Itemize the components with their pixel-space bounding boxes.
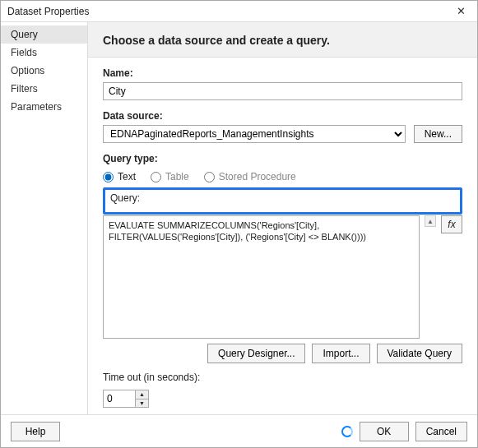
dataset-properties-dialog: Dataset Properties ✕ Query Fields Option… [0, 0, 478, 448]
help-button[interactable]: Help [11, 422, 60, 441]
titlebar: Dataset Properties ✕ [1, 1, 477, 22]
spinner-down-icon[interactable]: ▼ [136, 400, 148, 408]
query-scrollbar[interactable]: ▲ [425, 215, 436, 339]
timeout-input[interactable] [103, 390, 136, 408]
sidebar: Query Fields Options Filters Parameters [1, 22, 88, 414]
query-label: Query: [110, 192, 455, 204]
spinner-up-icon[interactable]: ▲ [136, 390, 148, 400]
sidebar-item-parameters[interactable]: Parameters [1, 98, 87, 116]
query-highlight-box: Query: [103, 187, 462, 215]
querytype-sproc-radio[interactable]: Stored Procedure [204, 171, 296, 182]
query-pane: Name: Data source: EDNAPaginatedReports_… [88, 58, 477, 414]
cancel-button[interactable]: Cancel [415, 422, 467, 441]
query-buttons: Query Designer... Import... Validate Que… [103, 344, 462, 363]
timeout-label: Time out (in seconds): [103, 372, 200, 383]
sidebar-item-filters[interactable]: Filters [1, 80, 87, 98]
footer: Help OK Cancel [1, 414, 477, 447]
timeout-row: Time out (in seconds): ▲ ▼ [103, 372, 462, 408]
busy-ring-icon [341, 426, 353, 437]
sidebar-item-query[interactable]: Query [1, 25, 87, 44]
query-box-row: EVALUATE SUMMARIZECOLUMNS('Regions'[City… [103, 215, 462, 339]
radio-sproc[interactable] [204, 172, 215, 182]
expression-button[interactable]: fx [441, 215, 462, 233]
close-icon[interactable]: ✕ [451, 3, 471, 20]
page-header: Choose a data source and create a query. [88, 22, 477, 58]
radio-sproc-label: Stored Procedure [219, 171, 296, 182]
timeout-spinner[interactable]: ▲ ▼ [103, 390, 149, 408]
radio-text[interactable] [103, 172, 114, 182]
scroll-up-icon[interactable]: ▲ [425, 215, 436, 227]
new-datasource-button[interactable]: New... [414, 125, 462, 143]
datasource-select[interactable]: EDNAPaginatedReports_ManagementInsights [103, 125, 406, 143]
dialog-title: Dataset Properties [7, 6, 451, 17]
querytype-label: Query type: [103, 153, 462, 164]
querytype-table-radio[interactable]: Table [151, 171, 189, 182]
content: Choose a data source and create a query.… [88, 22, 477, 414]
datasource-combo[interactable]: EDNAPaginatedReports_ManagementInsights [103, 125, 406, 143]
sidebar-item-fields[interactable]: Fields [1, 44, 87, 62]
dialog-body: Query Fields Options Filters Parameters … [1, 22, 477, 414]
import-button[interactable]: Import... [312, 344, 369, 363]
name-label: Name: [103, 67, 462, 79]
querytype-text-radio[interactable]: Text [103, 171, 136, 182]
spinner-buttons[interactable]: ▲ ▼ [136, 390, 149, 408]
querytype-row: Text Table Stored Procedure [103, 171, 462, 182]
radio-table-label: Table [165, 171, 189, 182]
datasource-label: Data source: [103, 110, 462, 122]
name-input[interactable] [103, 82, 462, 100]
query-designer-button[interactable]: Query Designer... [207, 344, 305, 363]
radio-text-label: Text [118, 171, 136, 182]
ok-button[interactable]: OK [360, 422, 409, 441]
radio-table[interactable] [151, 172, 161, 182]
sidebar-item-options[interactable]: Options [1, 62, 87, 80]
query-textarea[interactable]: EVALUATE SUMMARIZECOLUMNS('Regions'[City… [103, 215, 420, 339]
validate-query-button[interactable]: Validate Query [377, 344, 463, 363]
